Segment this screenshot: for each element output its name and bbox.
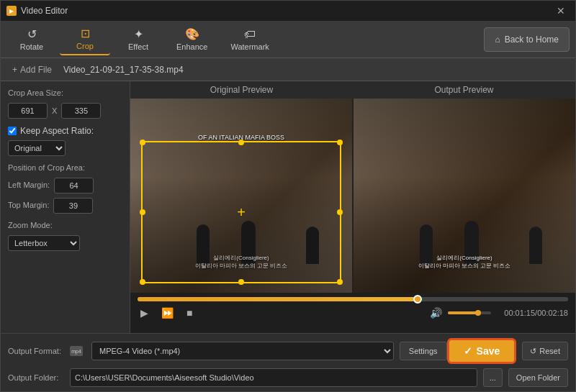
effect-label: Effect [128,42,148,51]
position-section: Position of Crop Area: Left Margin: Top … [8,163,122,214]
folder-path-display: C:\Users\USER\Documents\Aiseesoft Studio… [70,368,477,387]
top-margin-input[interactable] [53,198,93,214]
crop-size-row: X [8,103,122,119]
previews-container: OF AN ITALIAN MAFIA BOSS 실리에리(Consiglier… [130,99,575,293]
save-check-icon: ✓ [464,345,472,357]
enhance-icon: 🎨 [185,27,199,41]
save-button[interactable]: ✓ Save [447,338,517,364]
back-home-button[interactable]: ⌂ Back to Home [484,27,570,52]
left-margin-input[interactable] [54,178,94,193]
left-margin-row: Left Margin: [8,178,122,193]
crop-height-input[interactable] [61,103,101,119]
output-subtitle: 실리에리(Consigliere) 이탈리아 마피아 보스의 고문 비즈소 [418,254,511,270]
dots-button[interactable]: ... [483,368,503,387]
silhouette-3 [306,227,319,264]
watermark-icon: 🏷 [244,28,256,41]
add-file-button[interactable]: + Add File [8,63,56,76]
controls-row: ▶ ⏩ ■ 🔊 00:01:15/00:02:18 [138,306,568,320]
timeline-track[interactable] [138,297,568,301]
effect-tab[interactable]: ✦ Effect [113,24,163,55]
preview-labels: Original Preview Output Preview [130,81,575,99]
back-home-icon: ⌂ [495,35,500,45]
crop-icon: ⊡ [81,27,90,40]
volume-icon: 🔊 [427,306,445,320]
watermark-label: Watermark [230,42,269,51]
enhance-tab[interactable]: 🎨 Enhance [166,24,217,55]
crop-size-section: Crop Area Size: X [8,88,122,119]
keep-aspect-checkbox[interactable] [8,127,17,135]
zoom-mode-select[interactable]: Letterbox [8,235,80,251]
save-reset-actions: ✓ Save ↺ Reset [447,338,568,364]
toolbar: ↺ Rotate ⊡ Crop ✦ Effect 🎨 Enhance 🏷 Wat… [1,21,575,58]
add-file-icon: + [12,65,17,75]
stop-button[interactable]: ■ [184,306,195,320]
watermark-tab[interactable]: 🏷 Watermark [220,24,279,55]
reset-icon: ↺ [530,347,536,356]
preview-area: Original Preview Output Preview OF AN IT… [130,81,575,333]
reset-button[interactable]: ↺ Reset [522,342,568,360]
aspect-ratio-section: Keep Aspect Ratio: Original [8,126,122,156]
crop-size-label: Crop Area Size: [8,88,122,97]
rotate-label: Rotate [20,42,43,51]
subtitle-kr: 실리에리(Consigliere) [195,254,288,262]
effect-icon: ✦ [134,27,143,41]
enhance-label: Enhance [176,42,207,51]
timeline-progress [138,297,418,301]
step-forward-button[interactable]: ⏩ [158,306,176,320]
volume-thumb[interactable] [475,310,481,316]
folder-row: Output Folder: C:\Users\USER\Documents\A… [8,368,568,387]
volume-area: 🔊 [427,306,491,320]
format-icon: mp4 [70,346,83,356]
original-preview-box: OF AN ITALIAN MAFIA BOSS 실리에리(Consiglier… [130,99,352,293]
time-total: 00:02:18 [537,309,568,317]
output-preview-box: 실리에리(Consigliere) 이탈리아 마피아 보스의 고문 비즈소 [354,99,575,293]
timeline-area: ▶ ⏩ ■ 🔊 00:01:15/00:02:18 [130,293,575,333]
subtitle-it: 이탈리아 마피아 보스의 고문 비즈소 [195,262,288,270]
open-folder-button[interactable]: Open Folder [508,368,568,387]
output-sil-3 [529,227,542,264]
save-label: Save [477,345,500,357]
back-home-label: Back to Home [505,35,559,45]
subtitle-top: OF AN ITALIAN MAFIA BOSS [198,134,284,141]
app-icon: ▶ [6,6,17,16]
play-button[interactable]: ▶ [138,306,151,320]
left-margin-label: Left Margin: [8,181,50,189]
top-margin-row: Top Margin: [8,198,122,214]
format-label: Output Format: [8,347,64,355]
crop-label: Crop [76,42,94,50]
subtitle-bottom: 실리에리(Consigliere) 이탈리아 마피아 보스의 고문 비즈소 [195,254,288,270]
volume-track[interactable] [448,311,491,314]
bottom-bar: Output Format: mp4 MPEG-4 Video (*.mp4) … [1,333,575,391]
keep-aspect-label: Keep Aspect Ratio: [20,126,94,136]
original-video-frame: OF AN ITALIAN MAFIA BOSS 실리에리(Consiglier… [130,99,352,293]
output-video-frame: 실리에리(Consigliere) 이탈리아 마피아 보스의 고문 비즈소 [354,99,575,293]
rotate-icon: ↺ [27,27,37,41]
output-preview-label: Output Preview [353,85,575,95]
aspect-ratio-select[interactable]: Original [8,140,66,156]
window-title: Video Editor [21,6,68,16]
crop-tab[interactable]: ⊡ Crop [60,24,110,55]
folder-label: Output Folder: [8,373,64,382]
time-display: 00:01:15/00:02:18 [504,309,568,317]
rotate-tab[interactable]: ↺ Rotate [6,24,57,55]
x-separator: X [52,106,57,115]
reset-label: Reset [539,347,560,355]
position-label: Position of Crop Area: [8,163,122,172]
title-bar: ▶ Video Editor ✕ [1,1,575,21]
volume-fill [448,311,478,314]
format-inner-row: Output Format: mp4 MPEG-4 Video (*.mp4) … [8,342,447,360]
timeline-thumb[interactable] [413,295,422,304]
format-select[interactable]: MPEG-4 Video (*.mp4) [91,342,394,360]
settings-button[interactable]: Settings [400,342,447,360]
output-subtitle-it: 이탈리아 마피아 보스의 고문 비즈소 [418,262,511,270]
output-subtitle-kr: 실리에리(Consigliere) [418,254,511,262]
keep-aspect-row: Keep Aspect Ratio: [8,126,122,136]
crop-width-input[interactable] [8,103,48,119]
main-window: ▶ Video Editor ✕ ↺ Rotate ⊡ Crop ✦ Effec… [0,0,576,392]
left-panel: Crop Area Size: X Keep Aspect Ratio: Ori… [1,81,130,333]
time-current: 00:01:15 [504,309,535,317]
file-name: Video_21-09-21_17-35-38.mp4 [63,65,184,75]
add-file-label: Add File [20,65,52,75]
file-bar: + Add File Video_21-09-21_17-35-38.mp4 [1,58,575,81]
close-button[interactable]: ✕ [552,4,570,18]
